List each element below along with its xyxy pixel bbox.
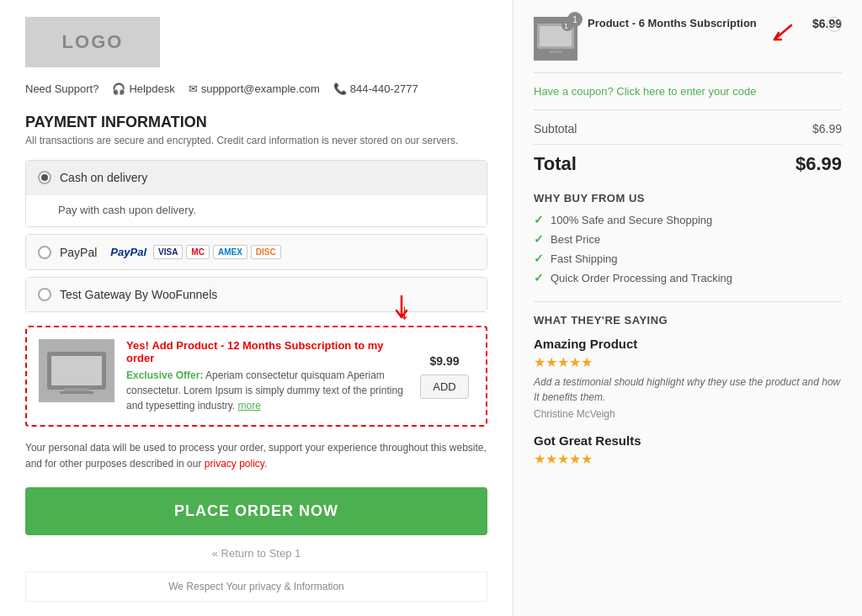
test-gateway-label: Test Gateway By WooFunnels xyxy=(60,288,217,301)
check-icon-3: ✓ xyxy=(534,252,544,265)
radio-paypal[interactable] xyxy=(38,246,51,259)
check-icon-2: ✓ xyxy=(534,232,544,246)
cod-label: Cash on delivery xyxy=(60,171,147,184)
place-order-button[interactable]: PLACE ORDER NOW xyxy=(25,487,487,535)
paypal-card-logos: PayPal VISA MC AMEX DISC xyxy=(110,245,280,259)
payment-option-paypal[interactable]: PayPal PayPal VISA MC AMEX DISC xyxy=(25,234,487,270)
return-to-step-link[interactable]: « Return to Step 1 xyxy=(25,547,487,560)
total-label: Total xyxy=(534,153,577,175)
payment-subtitle: All transactions are secure and encrypte… xyxy=(25,135,487,146)
testimonial-1: Amazing Product ★★★★★ Add a testimonial … xyxy=(534,337,842,420)
headset-icon: 🎧 xyxy=(112,82,125,95)
section-divider xyxy=(534,301,842,302)
testimonial-1-text: Add a testimonial should highlight why t… xyxy=(534,374,842,405)
product-quantity-badge: 1 xyxy=(567,12,583,27)
radio-cod[interactable] xyxy=(38,171,51,184)
payment-title: PAYMENT INFORMATION xyxy=(25,114,487,131)
privacy-note: Your personal data will be used to proce… xyxy=(25,440,487,472)
paypal-label: PayPal xyxy=(60,246,97,259)
need-support-label: Need Support? xyxy=(25,82,98,95)
order-item: 1 1 Product - 6 Months Subscription $6.9… xyxy=(534,17,842,73)
subtotal-value: $6.99 xyxy=(812,122,842,135)
email-link[interactable]: ✉ suppport@example.com xyxy=(189,82,320,95)
why-buy-section: WHY BUY FROM US ✓ 100% Safe and Secure S… xyxy=(534,192,842,284)
cod-body: Pay with cash upon delivery. xyxy=(26,194,487,226)
testimonial-1-product: Amazing Product xyxy=(534,337,842,351)
upsell-box: ↓ Yes! Add Product - 12 Months S xyxy=(25,326,487,427)
testimonials-title: WHAT THEY'RE SAYING xyxy=(534,314,842,327)
subtotal-label: Subtotal xyxy=(534,122,577,135)
why-item-4: ✓ Quick Order Processing and Tracking xyxy=(534,271,842,284)
upsell-description: Exclusive Offer: Aperiam consectetur qui… xyxy=(126,368,403,413)
helpdesk-link[interactable]: 🎧 Helpdesk xyxy=(112,82,174,95)
testimonial-2-stars: ★★★★★ xyxy=(534,451,842,467)
left-column: LOGO Need Support? 🎧 Helpdesk ✉ suppport… xyxy=(0,0,513,616)
product-thumbnail: 1 1 xyxy=(534,17,577,61)
respect-privacy-bar: We Respect Your privacy & Information xyxy=(25,571,487,602)
total-value: $6.99 xyxy=(795,153,842,175)
upsell-title: Yes! Add Product - 12 Months Subscriptio… xyxy=(126,339,403,364)
mastercard-badge: MC xyxy=(186,245,210,259)
total-row: Total $6.99 xyxy=(534,153,842,175)
payment-option-test-header[interactable]: Test Gateway By WooFunnels xyxy=(26,278,487,311)
upsell-product-image xyxy=(39,339,114,402)
payment-section: PAYMENT INFORMATION All transactions are… xyxy=(25,114,487,312)
phone-icon: 📞 xyxy=(333,82,347,95)
right-arrow-annotation xyxy=(762,21,795,46)
upsell-yes-text: Yes! xyxy=(126,339,149,352)
svg-rect-2 xyxy=(51,356,102,385)
check-icon-1: ✓ xyxy=(534,213,544,226)
why-item-3: ✓ Fast Shipping xyxy=(534,252,842,265)
upsell-more-link[interactable]: more xyxy=(238,400,261,412)
phone-link[interactable]: 📞 844-440-2777 xyxy=(333,82,418,95)
why-item-2: ✓ Best Price xyxy=(534,232,842,246)
payment-option-cod[interactable]: Cash on delivery Pay with cash upon deli… xyxy=(25,160,487,227)
svg-rect-4 xyxy=(60,391,93,394)
upsell-price: $9.99 xyxy=(429,354,459,368)
testimonial-1-stars: ★★★★★ xyxy=(534,354,842,370)
email-icon: ✉ xyxy=(189,82,198,95)
check-icon-4: ✓ xyxy=(534,271,544,284)
payment-option-cod-header[interactable]: Cash on delivery xyxy=(26,161,487,194)
support-bar: Need Support? 🎧 Helpdesk ✉ suppport@exam… xyxy=(25,82,487,95)
svg-rect-8 xyxy=(549,50,562,53)
upsell-content: Yes! Add Product - 12 Months Subscriptio… xyxy=(126,339,403,413)
testimonial-1-author: Christine McVeigh xyxy=(534,408,842,420)
paypal-logo-text: PayPal xyxy=(110,246,146,258)
logo: LOGO xyxy=(25,17,160,67)
why-buy-title: WHY BUY FROM US xyxy=(534,192,842,204)
upsell-product-title: Add Product - 12 Months Subscription to … xyxy=(126,339,384,364)
discover-badge: DISC xyxy=(251,245,281,259)
radio-test[interactable] xyxy=(38,288,51,301)
upsell-image-svg xyxy=(39,339,114,402)
svg-rect-3 xyxy=(64,388,89,391)
testimonial-2-product: Got Great Results xyxy=(534,433,842,448)
remove-product-button[interactable]: ✕ xyxy=(827,17,842,32)
subtotal-row: Subtotal $6.99 xyxy=(534,122,842,145)
privacy-policy-link[interactable]: privacy policy. xyxy=(205,458,267,470)
amex-badge: AMEX xyxy=(213,245,247,259)
visa-badge: VISA xyxy=(153,245,183,259)
coupon-link[interactable]: Have a coupon? Click here to enter your … xyxy=(534,85,842,110)
upsell-price-column: $9.99 ADD xyxy=(415,339,474,413)
payment-option-test[interactable]: Test Gateway By WooFunnels xyxy=(25,277,487,312)
svg-rect-9 xyxy=(545,53,566,55)
right-column: 1 1 Product - 6 Months Subscription $6.9… xyxy=(513,0,862,616)
why-item-1: ✓ 100% Safe and Secure Shopping xyxy=(534,213,842,226)
payment-option-paypal-header[interactable]: PayPal PayPal VISA MC AMEX DISC xyxy=(26,235,487,269)
upsell-add-button[interactable]: ADD xyxy=(420,374,468,399)
testimonial-2: Got Great Results ★★★★★ xyxy=(534,433,842,467)
testimonials-section: WHAT THEY'RE SAYING Amazing Product ★★★★… xyxy=(534,314,842,467)
arrow-annotation-svg xyxy=(391,295,412,326)
